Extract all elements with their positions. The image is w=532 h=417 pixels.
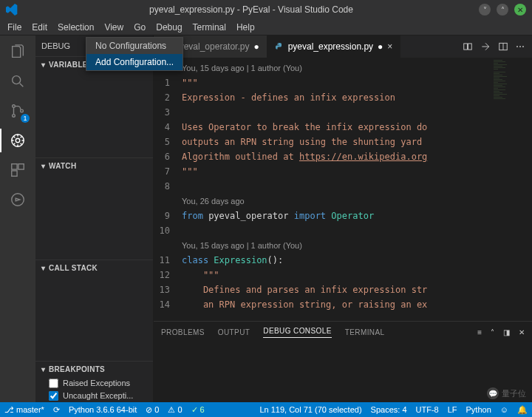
explorer-icon[interactable]	[7, 41, 28, 62]
dropdown-item-add-config[interactable]: Add Configuration...	[86, 54, 183, 70]
status-errors[interactable]: ⊘ 0	[146, 405, 159, 415]
watch-label: WATCH	[49, 162, 76, 170]
svg-point-0	[13, 76, 21, 84]
status-warnings[interactable]: ⚠ 0	[168, 405, 182, 415]
status-spaces[interactable]: Spaces: 4	[371, 405, 407, 415]
editor[interactable]: 1 2 3 4 5 6 7 8 9 10 11 12 13 14 You, 15…	[154, 58, 532, 321]
breakpoint-checkbox[interactable]	[49, 391, 58, 401]
chevron-down-icon: ▾	[38, 61, 49, 69]
workbench: 1 DEBUG ▶ ▾ ⚙ ▣ ▾ VARIABLES ▾ WATCH	[0, 35, 532, 402]
watermark: 💬 量子位	[487, 387, 526, 399]
codelens[interactable]: You, 15 days ago | 1 author (You)	[182, 241, 302, 250]
menu-view[interactable]: View	[100, 21, 128, 34]
chevron-down-icon: ▾	[38, 365, 49, 373]
chevron-down-icon: ▾	[38, 162, 49, 170]
maximize-button[interactable]: ˄	[497, 4, 508, 16]
breakpoint-label: Uncaught Excepti...	[63, 391, 133, 400]
status-feedback-icon[interactable]: ☺	[500, 405, 508, 415]
svg-point-3	[21, 109, 24, 112]
maximize-panel-icon[interactable]: ◨	[503, 328, 510, 336]
svg-point-1	[13, 105, 16, 108]
more-icon[interactable]: ⋯	[516, 41, 525, 52]
breakpoint-item[interactable]: Raised Exceptions	[35, 377, 153, 390]
callstack-section[interactable]: ▾ CALL STACK	[35, 260, 153, 276]
search-icon[interactable]	[7, 71, 28, 92]
tabbar: pyeval_operator.py ● pyeval_expression.p…	[154, 35, 532, 58]
window-title: pyeval_expression.py - PyEval - Visual S…	[24, 4, 479, 15]
code-content[interactable]: You, 15 days ago | 1 author (You) """ Ex…	[176, 58, 492, 321]
watermark-icon: 💬	[487, 387, 499, 399]
extensions-icon[interactable]	[7, 160, 28, 180]
menu-terminal[interactable]: Terminal	[188, 21, 231, 34]
breakpoint-checkbox[interactable]	[49, 379, 58, 388]
status-eol[interactable]: LF	[448, 405, 457, 415]
variables-body	[35, 72, 153, 157]
close-button[interactable]: ✕	[514, 4, 526, 16]
dropdown-item-no-config[interactable]: No Configurations	[86, 38, 183, 54]
open-changes-icon[interactable]	[480, 41, 491, 52]
svg-rect-10	[468, 44, 472, 50]
status-python[interactable]: Python 3.6.6 64-bit	[69, 405, 137, 414]
collapse-icon[interactable]: ˄	[491, 328, 494, 336]
svg-point-2	[13, 115, 16, 118]
watch-body	[35, 174, 153, 259]
breakpoints-section[interactable]: ▾ BREAKPOINTS	[35, 361, 153, 377]
close-icon[interactable]: ×	[387, 41, 392, 52]
menu-file[interactable]: File	[3, 21, 26, 34]
status-language[interactable]: Python	[466, 405, 491, 415]
dirty-indicator: ●	[253, 41, 259, 52]
breakpoints-label: BREAKPOINTS	[49, 365, 105, 373]
panel-tabs: PROBLEMS OUTPUT DEBUG CONSOLE TERMINAL ≡…	[154, 322, 532, 342]
python-icon	[275, 42, 284, 51]
minimize-button[interactable]: ˅	[479, 4, 491, 16]
svg-rect-5	[12, 164, 17, 169]
statusbar: ⎇ master* ⟳ Python 3.6.6 64-bit ⊘ 0 ⚠ 0 …	[0, 402, 532, 417]
clear-icon[interactable]: ≡	[477, 328, 482, 336]
watermark-text: 量子位	[502, 388, 526, 399]
debug-icon[interactable]	[7, 130, 28, 151]
svg-rect-9	[464, 44, 468, 50]
menu-selection[interactable]: Selection	[53, 21, 98, 34]
status-sync-icon[interactable]: ⟳	[53, 405, 60, 415]
svg-rect-6	[18, 164, 24, 169]
editor-area: pyeval_operator.py ● pyeval_expression.p…	[154, 35, 532, 402]
tab-pyeval-expression[interactable]: pyeval_expression.py ● ×	[267, 35, 401, 58]
debug-console-body[interactable]	[154, 342, 532, 402]
debug-sidebar: DEBUG ▶ ▾ ⚙ ▣ ▾ VARIABLES ▾ WATCH ▾ CALL…	[35, 35, 154, 402]
codelens[interactable]: You, 15 days ago | 1 author (You)	[182, 64, 302, 72]
menu-edit[interactable]: Edit	[27, 21, 52, 34]
close-panel-icon[interactable]: ✕	[519, 328, 525, 336]
breakpoint-label: Raised Exceptions	[63, 379, 130, 387]
liveshare-icon[interactable]	[7, 189, 28, 210]
menu-debug[interactable]: Debug	[151, 21, 186, 34]
titlebar: pyeval_expression.py - PyEval - Visual S…	[0, 0, 532, 19]
tab-label: pyeval_operator.py	[174, 41, 249, 52]
window-controls: ˅ ˄ ✕	[479, 4, 526, 16]
config-dropdown: No Configurations Add Configuration...	[86, 37, 183, 71]
panel-tab-problems[interactable]: PROBLEMS	[161, 328, 205, 336]
editor-actions: ⋯	[455, 35, 532, 58]
menu-help[interactable]: Help	[232, 21, 259, 34]
status-branch[interactable]: ⎇ master*	[4, 405, 44, 415]
svg-rect-7	[12, 171, 17, 176]
breakpoints-body: Raised Exceptions Uncaught Excepti...	[35, 377, 153, 402]
codelens[interactable]: You, 26 days ago	[182, 197, 245, 206]
watch-section[interactable]: ▾ WATCH	[35, 157, 153, 174]
menu-go[interactable]: Go	[129, 21, 150, 34]
minimap[interactable]: ▬▬▬▬▬▬▬▬▬▬▬▬▬▬▬▬▬▬▬▬▬▬▬▬▬▬▬▬▬▬▬▬▬▬▬▬▬▬▬▬…	[492, 58, 532, 321]
source-control-icon[interactable]: 1	[7, 101, 28, 121]
callstack-label: CALL STACK	[49, 264, 98, 272]
breakpoint-item[interactable]: Uncaught Excepti...	[35, 390, 153, 402]
compare-icon[interactable]	[463, 41, 473, 52]
panel-tab-debug-console[interactable]: DEBUG CONSOLE	[263, 327, 331, 338]
tab-label: pyeval_expression.py	[288, 41, 373, 52]
panel-tab-terminal[interactable]: TERMINAL	[345, 328, 385, 336]
panel-tab-output[interactable]: OUTPUT	[218, 328, 250, 336]
split-editor-icon[interactable]	[498, 41, 508, 52]
status-bell-icon[interactable]: 🔔	[517, 405, 528, 415]
panel-actions: ≡ ˄ ◨ ✕	[477, 328, 525, 336]
dirty-indicator: ●	[378, 41, 383, 52]
status-tests[interactable]: ✓ 6	[191, 405, 205, 415]
status-position[interactable]: Ln 119, Col 71 (70 selected)	[259, 405, 361, 415]
status-encoding[interactable]: UTF-8	[416, 405, 439, 415]
